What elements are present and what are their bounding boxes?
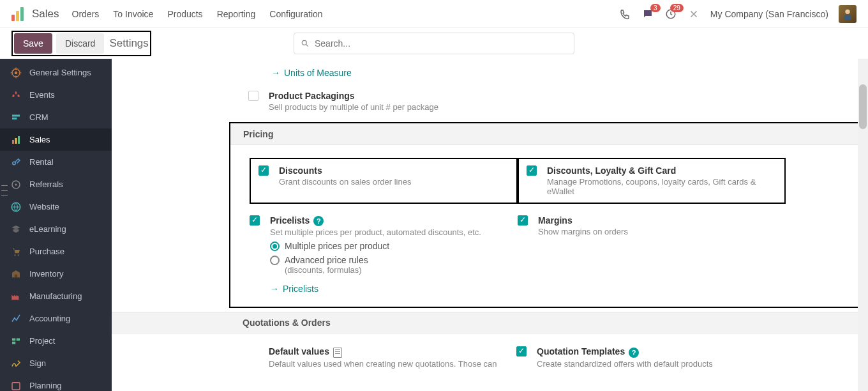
svg-rect-7 bbox=[18, 136, 20, 144]
uom-link[interactable]: Units of Measure bbox=[271, 68, 868, 78]
pricelists-checkbox[interactable] bbox=[250, 215, 260, 226]
sidebar-item-crm[interactable]: CRM bbox=[0, 106, 112, 128]
topmenu-configuration[interactable]: Configuration bbox=[269, 9, 322, 19]
svg-point-1 bbox=[845, 9, 849, 13]
save-button[interactable]: Save bbox=[14, 33, 52, 54]
discard-button[interactable]: Discard bbox=[56, 33, 104, 54]
page-title: Settings bbox=[109, 37, 148, 50]
scrollbar[interactable] bbox=[858, 59, 868, 391]
default-values-desc: Default values used when creating new qu… bbox=[269, 359, 497, 369]
activity-icon[interactable]: 29 bbox=[664, 8, 677, 20]
sidebar-item-label: General Settings bbox=[29, 68, 91, 77]
sidebar-item-events[interactable]: Events bbox=[0, 84, 112, 106]
quotation-templates-title: Quotation Templates? bbox=[537, 346, 713, 357]
sidebar-item-website[interactable]: Website bbox=[0, 195, 112, 218]
inventory-icon bbox=[10, 268, 22, 280]
svg-point-4 bbox=[15, 71, 18, 74]
discounts-desc: Grant discounts on sales order lines bbox=[279, 177, 411, 187]
svg-rect-6 bbox=[15, 138, 17, 144]
gear-icon bbox=[10, 67, 22, 79]
svg-rect-18 bbox=[12, 382, 20, 389]
pricelists-title: Pricelists? bbox=[270, 215, 481, 226]
discounts-title: Discounts bbox=[279, 165, 411, 176]
topmenu-products[interactable]: Products bbox=[167, 9, 202, 19]
subbar-actions-box: Save Discard Settings bbox=[11, 31, 151, 56]
app-title[interactable]: Sales bbox=[32, 8, 59, 20]
sidebar-item-manufacturing[interactable]: Manufacturing bbox=[0, 285, 112, 307]
radio-advanced-rules[interactable]: Advanced price rules bbox=[270, 255, 481, 265]
referrals-icon bbox=[10, 179, 22, 190]
sidebar-item-label: Referrals bbox=[29, 180, 63, 189]
pricelists-desc: Set multiple prices per product, automat… bbox=[270, 227, 481, 237]
sidebar-item-accounting[interactable]: Accounting bbox=[0, 307, 112, 330]
company-selector[interactable]: My Company (San Francisco) bbox=[710, 9, 828, 19]
quotations-section-header: Quotations & Orders bbox=[112, 312, 868, 334]
sidebar-item-sales[interactable]: Sales bbox=[0, 128, 112, 151]
loyalty-highlight: Discounts, Loyalty & Gift Card Manage Pr… bbox=[518, 158, 786, 204]
sidebar-item-general-settings[interactable]: General Settings bbox=[0, 61, 112, 84]
sidebar-item-elearning[interactable]: eLearning bbox=[0, 218, 112, 240]
topbar: Sales Orders To Invoice Products Reporti… bbox=[0, 0, 868, 28]
info-icon[interactable]: ? bbox=[313, 216, 324, 226]
resize-handle-left[interactable] bbox=[1, 185, 8, 195]
planning-icon bbox=[10, 380, 22, 392]
svg-point-10 bbox=[15, 183, 17, 185]
sign-icon bbox=[10, 358, 22, 369]
loyalty-desc: Manage Promotions, coupons, loyalty card… bbox=[547, 177, 777, 196]
tools-icon[interactable] bbox=[687, 8, 700, 20]
search-box[interactable] bbox=[294, 33, 574, 54]
product-packagings-checkbox[interactable] bbox=[248, 91, 258, 101]
activity-badge: 29 bbox=[670, 4, 684, 12]
accounting-icon bbox=[10, 313, 22, 325]
sidebar-item-referrals[interactable]: Referrals bbox=[0, 173, 112, 195]
project-icon bbox=[10, 335, 22, 347]
chat-icon[interactable]: 3 bbox=[641, 8, 654, 20]
pricing-section-highlight: Pricing Discounts Grant discounts on sal… bbox=[229, 122, 860, 308]
margins-checkbox[interactable] bbox=[518, 215, 528, 226]
topmenu-orders[interactable]: Orders bbox=[72, 9, 100, 19]
info-icon[interactable]: ? bbox=[629, 348, 639, 358]
topmenu-reporting[interactable]: Reporting bbox=[217, 9, 256, 19]
sidebar-item-label: Sales bbox=[29, 135, 50, 144]
sidebar-item-label: Planning bbox=[29, 381, 62, 390]
default-values-title: Default values bbox=[269, 346, 497, 357]
purchase-icon bbox=[10, 246, 22, 257]
product-packagings-title: Product Packagings bbox=[269, 91, 438, 101]
scrollbar-thumb[interactable] bbox=[859, 84, 867, 129]
svg-point-8 bbox=[13, 162, 16, 165]
sidebar-item-sign[interactable]: Sign bbox=[0, 352, 112, 374]
sidebar-item-label: Events bbox=[29, 90, 55, 100]
content-area: Units of Measure Product Packagings Sell… bbox=[112, 59, 868, 391]
svg-point-13 bbox=[18, 254, 19, 256]
quotation-templates-checkbox[interactable] bbox=[516, 346, 527, 356]
sidebar-item-rental[interactable]: Rental bbox=[0, 151, 112, 173]
margins-desc: Show margins on orders bbox=[538, 227, 628, 236]
search-input[interactable] bbox=[315, 38, 567, 49]
topmenu-toinvoice[interactable]: To Invoice bbox=[113, 9, 153, 19]
discounts-checkbox[interactable] bbox=[258, 165, 269, 176]
sidebar-item-purchase[interactable]: Purchase bbox=[0, 240, 112, 263]
radio-multiple-prices[interactable]: Multiple prices per product bbox=[270, 241, 481, 251]
sidebar-item-label: Inventory bbox=[29, 269, 63, 279]
sidebar-item-label: Rental bbox=[29, 157, 54, 167]
app-logo-icon bbox=[11, 7, 26, 21]
svg-point-3 bbox=[302, 40, 306, 45]
svg-rect-2 bbox=[844, 15, 851, 19]
svg-rect-16 bbox=[17, 338, 20, 341]
margins-title: Margins bbox=[538, 215, 628, 226]
subbar: Save Discard Settings bbox=[0, 28, 868, 59]
phone-icon[interactable] bbox=[618, 8, 631, 20]
sidebar-item-project[interactable]: Project bbox=[0, 330, 112, 352]
avatar[interactable] bbox=[839, 5, 857, 23]
website-icon bbox=[10, 201, 22, 213]
document-icon[interactable] bbox=[333, 348, 342, 358]
sidebar-item-planning[interactable]: Planning bbox=[0, 374, 112, 391]
loyalty-checkbox[interactable] bbox=[527, 165, 537, 176]
product-packagings-desc: Sell products by multiple of unit # per … bbox=[269, 102, 438, 112]
sidebar-item-inventory[interactable]: Inventory bbox=[0, 263, 112, 285]
sidebar-item-label: Purchase bbox=[29, 247, 64, 256]
svg-rect-15 bbox=[12, 338, 15, 341]
events-icon bbox=[10, 89, 22, 101]
pricelists-link[interactable]: Pricelists bbox=[270, 284, 481, 294]
sidebar-item-label: eLearning bbox=[29, 224, 66, 234]
